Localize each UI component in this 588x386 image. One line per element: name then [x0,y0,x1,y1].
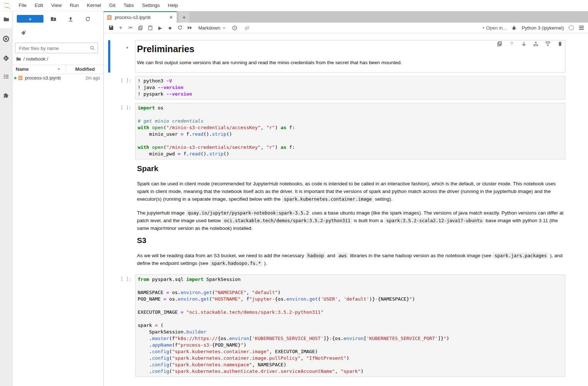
heading-spark: Spark [137,163,565,174]
prompt-column: [ ]: [104,76,135,100]
move-cell-down-button[interactable] [520,40,527,47]
search-icon [89,45,95,51]
file-list-header: Name ▲ Modified [12,65,103,74]
save-button[interactable] [106,23,116,32]
tab-bar: process-s3.ipynb ✕ + [104,11,588,23]
notebook-file-icon [18,75,23,81]
paragraph: We can first output some versions that a… [137,59,561,66]
execution-prompt: [ ]: [121,276,131,282]
chevron-down-icon [222,26,226,30]
breadcrumb-path[interactable]: / notebook / [23,56,48,62]
restart-kernel-button[interactable] [175,23,185,32]
tab-title: process-s3.ipynb [115,15,168,20]
open-in-dropdown[interactable]: ▾ Open in... [482,25,507,31]
sidebar-tab-extensions[interactable] [0,89,12,102]
heading-s3: S3 [137,235,565,246]
menu-file[interactable]: File [15,0,31,11]
menu-view[interactable]: View [47,0,66,11]
insert-cell-button[interactable]: + [116,23,126,32]
code-editor[interactable]: import os # get minio credentialswith op… [135,103,565,159]
stop-kernel-button[interactable]: ■ [165,23,175,32]
insert-cell-above-button[interactable] [532,40,539,47]
collapse-heading-icon[interactable]: ▼ [126,46,129,50]
toolbar-right-group: ▾ Open in... Python 3 (ipykernel) [482,23,584,33]
cell-type-select[interactable]: Markdown [198,25,226,31]
cell-toolbar [496,40,563,47]
filter-files-input[interactable] [18,44,87,52]
filter-files-box [15,43,98,53]
column-divider [66,65,66,73]
refresh-button[interactable] [84,16,91,22]
menu-git[interactable]: Git [105,0,119,11]
cell-code-versions[interactable]: [ ]: ! python3 -V! java --version! pyspa… [104,76,588,100]
column-header-modified[interactable]: Modified [75,66,95,72]
file-name: process-s3.ipynb [25,75,61,81]
code-editor[interactable]: from pyspark.sql import SparkSession NAM… [135,274,565,377]
menu-bar: File Edit View Run Kernel Git Tabs Setti… [0,0,588,11]
menu-help[interactable]: Help [164,0,182,11]
prompt-column [104,235,135,271]
hamburger-menu-icon[interactable] [579,25,584,30]
notebook-scroll-area[interactable]: ▼ Preliminaries We can first output some… [104,33,588,386]
jupyterlab-window: File Edit View Run Kernel Git Tabs Setti… [0,0,588,386]
cell-code-minio-credentials[interactable]: [ ]: import os # get minio credentialswi… [104,103,588,159]
sidebar-tab-git[interactable] [0,52,12,64]
kernel-name-button[interactable]: Python 3 (ipykernel) [522,25,564,31]
menu-kernel[interactable]: Kernel [83,0,105,11]
folder-icon [3,16,9,23]
cell-markdown-spark[interactable]: Spark Spark can be used in client mode (… [104,163,588,232]
menu-tabs[interactable]: Tabs [119,0,138,11]
code-editor[interactable]: ! python3 -V! java --version! pyspark --… [135,76,565,100]
copy-cells-button[interactable] [135,23,145,32]
sort-ascending-icon: ▲ [57,67,60,70]
breadcrumb[interactable]: / notebook / [16,55,48,62]
kernel-running-dot [14,77,16,79]
sidebar-tab-file-browser[interactable] [0,13,12,26]
main-area: process-s3.ipynb ✕ + + ✂ ▶ ■ [104,11,588,386]
file-row-process-s3[interactable]: process-s3.ipynb 2m ago [12,74,103,82]
sidebar-tab-table-of-contents[interactable] [0,70,12,83]
move-cell-up-button[interactable] [508,40,515,47]
duplicate-cell-button[interactable] [496,40,503,47]
prompt-column: [ ]: [104,274,135,377]
menu-settings[interactable]: Settings [138,0,164,11]
kernel-status-icon[interactable] [569,25,574,30]
paragraph: As we will be reading data from an S3 bu… [137,252,565,267]
upload-button[interactable] [67,16,74,22]
cell-code-spark-session[interactable]: [ ]: from pyspark.sql import SparkSessio… [104,274,588,377]
notebook-tab-icon [107,15,112,20]
insert-cell-below-button[interactable] [545,40,551,47]
git-status-label: git [245,25,249,30]
cut-cells-button[interactable]: ✂ [126,23,135,32]
paragraph: The jupyterhub image quay.io/jupyter/pys… [137,209,565,232]
paste-cells-button[interactable] [145,23,155,32]
debugger-bug-icon[interactable] [511,25,517,31]
prompt-column: [ ]: [104,103,135,159]
execution-prompt: [ ]: [121,105,131,110]
restart-run-all-button[interactable] [185,23,195,32]
stop-circle-icon [3,35,9,42]
puzzle-icon [3,92,9,99]
tab-process-s3[interactable]: process-s3.ipynb ✕ [104,11,177,23]
execution-time-icon[interactable] [230,23,240,32]
jupyter-logo-icon [3,1,11,9]
list-icon [3,73,9,80]
left-sidebar-strip [0,11,12,386]
delete-cell-button[interactable] [557,40,563,47]
file-modified: 2m ago [85,76,100,81]
prompt-column [104,163,135,232]
run-cell-button[interactable]: ▶ [155,23,165,32]
new-launcher-button[interactable]: + [17,15,43,23]
menu-run[interactable]: Run [66,0,83,11]
new-tab-button[interactable]: + [179,12,189,23]
cell-markdown-s3[interactable]: S3 As we will be reading data from an S3… [104,235,588,271]
menu-edit[interactable]: Edit [31,0,47,11]
dropdown-caret-icon: ▾ [482,26,484,30]
git-clone-button[interactable] [20,30,27,36]
execution-prompt: [ ]: [121,78,131,83]
column-header-name[interactable]: Name [16,66,28,72]
sidebar-tab-running-kernels[interactable] [0,32,12,45]
paragraph: Spark can be used in client mode (recomm… [137,180,565,203]
close-tab-icon[interactable]: ✕ [168,15,174,20]
new-folder-button[interactable] [50,16,57,22]
